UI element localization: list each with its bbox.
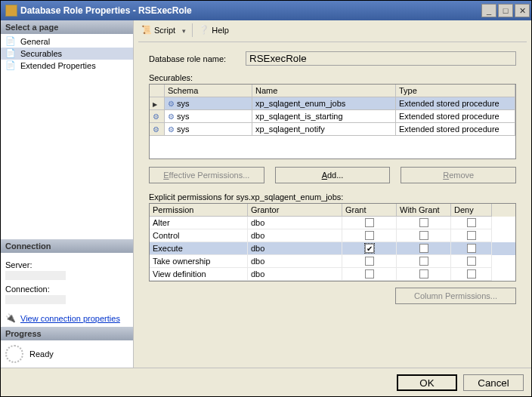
checkbox[interactable]: [365, 269, 374, 279]
checkbox[interactable]: [365, 231, 374, 240]
connection-value: [5, 295, 66, 304]
checkbox[interactable]: [365, 218, 374, 227]
table-row[interactable]: sysxp_sqlagent_notifyExtended stored pro…: [150, 123, 515, 136]
cell-name: xp_sqlagent_is_starting: [252, 110, 396, 123]
remove-button[interactable]: Remove: [401, 167, 516, 183]
sidebar-item-label: Securables: [20, 49, 62, 58]
cell-grantor: dbo: [248, 229, 342, 242]
securables-label: Securables:: [149, 73, 516, 82]
cell-withgrant: [397, 229, 451, 242]
col-withgrant[interactable]: With Grant: [397, 204, 451, 217]
add-button[interactable]: Add...: [275, 167, 391, 183]
col-schema[interactable]: Schema: [165, 85, 252, 97]
checkbox[interactable]: [467, 231, 476, 240]
cell-permission: Control: [150, 229, 248, 242]
cell-deny: [451, 268, 492, 281]
cell-schema: sys: [165, 123, 252, 136]
cell-grantor: dbo: [248, 217, 342, 229]
cell-type: Extended stored procedure: [396, 123, 515, 136]
connection-icon: [5, 313, 17, 324]
col-deny[interactable]: Deny: [451, 204, 492, 217]
app-icon: [5, 5, 17, 17]
perm-header: Permission Grantor Grant With Grant Deny: [150, 204, 515, 217]
checkbox[interactable]: [365, 257, 374, 266]
maximize-button[interactable]: □: [498, 4, 513, 17]
role-name-input[interactable]: [246, 51, 516, 66]
cell-withgrant: [397, 268, 451, 281]
cell-grant: [342, 268, 397, 281]
permission-row[interactable]: View definitiondbo: [150, 268, 515, 281]
cell-deny: [451, 242, 492, 255]
row-header: [150, 110, 165, 123]
row-header: [150, 97, 165, 110]
checkbox[interactable]: [365, 244, 374, 253]
permission-row[interactable]: Controldbo: [150, 229, 515, 242]
checkbox[interactable]: [467, 269, 476, 279]
checkbox[interactable]: [419, 244, 428, 253]
table-row[interactable]: sysxp_sqlagent_enum_jobsExtended stored …: [150, 97, 515, 110]
cell-grantor: dbo: [248, 268, 342, 281]
sidebar-item-label: Extended Properties: [20, 61, 96, 70]
cell-withgrant: [397, 242, 451, 255]
sidebar-item-securables[interactable]: Securables: [1, 48, 133, 60]
cell-name: xp_sqlagent_enum_jobs: [252, 97, 396, 110]
close-button[interactable]: ✕: [515, 4, 530, 17]
cancel-button[interactable]: Cancel: [463, 374, 524, 391]
progress-status: Ready: [29, 349, 54, 359]
checkbox[interactable]: [419, 269, 428, 279]
server-value: [5, 271, 66, 280]
effective-permissions-button[interactable]: Effective Permissions...: [149, 167, 264, 183]
minimize-button[interactable]: _: [481, 4, 496, 17]
view-connection-link[interactable]: View connection properties: [20, 314, 120, 323]
col-grant[interactable]: Grant: [342, 204, 397, 217]
dialog-footer: OK Cancel: [1, 368, 531, 396]
page-icon: [5, 60, 17, 71]
checkbox[interactable]: [467, 244, 476, 253]
help-icon: [199, 25, 209, 35]
cell-grantor: dbo: [248, 242, 342, 255]
col-grantor[interactable]: Grantor: [248, 204, 342, 217]
cell-permission: View definition: [150, 268, 248, 281]
page-list: General Securables Extended Properties: [1, 34, 133, 73]
checkbox[interactable]: [419, 257, 428, 266]
script-button[interactable]: Script: [138, 23, 189, 37]
checkbox[interactable]: [467, 218, 476, 227]
permission-row[interactable]: Executedbo: [150, 242, 515, 255]
cell-withgrant: [397, 255, 451, 268]
cell-grant: [342, 229, 397, 242]
ok-button[interactable]: OK: [397, 374, 457, 391]
procedure-icon: [168, 99, 175, 108]
help-label: Help: [212, 26, 229, 35]
sidebar-item-label: General: [20, 37, 50, 46]
connection-label: Connection:: [5, 285, 128, 294]
script-label: Script: [154, 26, 175, 35]
toolbar: Script Help: [138, 22, 527, 42]
cell-schema: sys: [165, 110, 252, 123]
cell-permission: Alter: [150, 217, 248, 229]
permission-row[interactable]: Alterdbo: [150, 217, 515, 229]
column-permissions-button[interactable]: Column Permissions...: [395, 288, 516, 304]
checkbox[interactable]: [419, 218, 428, 227]
securables-grid: Schema Name Type sysxp_sqlagent_enum_job…: [149, 84, 516, 159]
checkbox[interactable]: [467, 257, 476, 266]
checkbox[interactable]: [419, 231, 428, 240]
sidebar-item-extended[interactable]: Extended Properties: [1, 60, 133, 72]
help-button[interactable]: Help: [196, 23, 232, 37]
server-label: Server:: [5, 260, 128, 269]
col-name[interactable]: Name: [252, 85, 396, 97]
permission-row[interactable]: Take ownershipdbo: [150, 255, 515, 268]
page-icon: [5, 48, 17, 59]
progress-spinner-icon: [5, 345, 23, 363]
cell-type: Extended stored procedure: [396, 110, 515, 123]
cell-schema: sys: [165, 97, 252, 110]
sidebar-item-general[interactable]: General: [1, 35, 133, 48]
main-panel: Script Help Database role name: Securabl…: [134, 20, 531, 368]
role-name-label: Database role name:: [149, 54, 240, 63]
table-row[interactable]: sysxp_sqlagent_is_startingExtended store…: [150, 110, 515, 123]
col-type[interactable]: Type: [396, 85, 515, 97]
cell-deny: [451, 217, 492, 229]
titlebar[interactable]: Database Role Properties - RSExecRole _ …: [1, 1, 531, 20]
cell-withgrant: [397, 217, 451, 229]
col-permission[interactable]: Permission: [150, 204, 248, 217]
cell-type: Extended stored procedure: [396, 97, 515, 110]
